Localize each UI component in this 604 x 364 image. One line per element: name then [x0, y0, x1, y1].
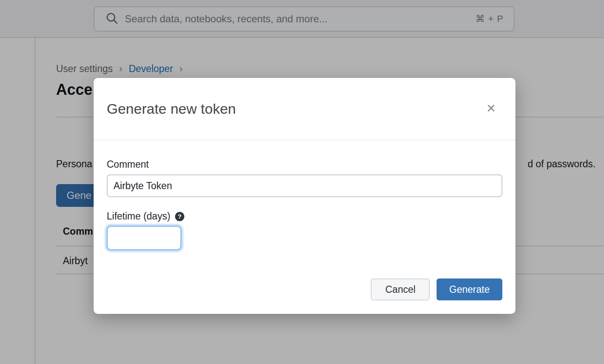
close-icon[interactable]: ✕ [485, 101, 498, 116]
cancel-button[interactable]: Cancel [371, 278, 430, 300]
comment-label: Comment [107, 159, 502, 170]
comment-input[interactable] [107, 174, 502, 197]
modal-title: Generate new token [107, 101, 236, 117]
lifetime-input[interactable] [107, 226, 181, 250]
generate-button[interactable]: Generate [437, 278, 502, 300]
help-icon[interactable]: ? [175, 212, 184, 221]
lifetime-label-row: Lifetime (days) ? [107, 211, 502, 222]
modal-footer: Cancel Generate [371, 278, 502, 300]
modal-body: Comment Lifetime (days) ? [94, 140, 515, 250]
modal-header: Generate new token ✕ [94, 78, 515, 140]
generate-token-modal: Generate new token ✕ Comment Lifetime (d… [94, 78, 515, 314]
lifetime-label: Lifetime (days) [107, 211, 170, 222]
